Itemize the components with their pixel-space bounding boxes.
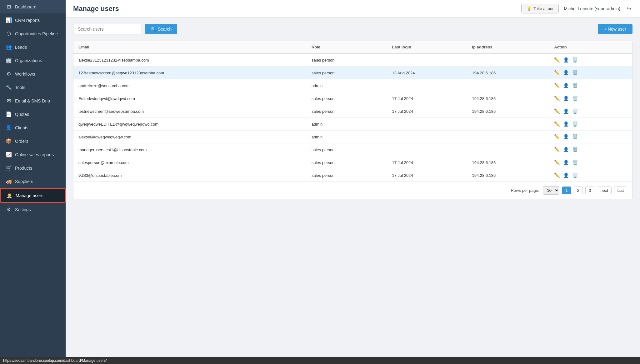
edit-icon[interactable]: ✏️ xyxy=(554,108,560,114)
new-user-label: + New user xyxy=(604,27,626,32)
sidebar-label-crm-reports: CRM reports xyxy=(15,18,40,23)
cell-last-login: 17 Jul 2024 xyxy=(387,92,467,105)
quotes-icon: 📄 xyxy=(6,111,12,117)
cell-role: sales person xyxy=(307,67,387,79)
user-icon[interactable]: 👤 xyxy=(563,160,569,165)
sidebar-item-quotes[interactable]: 📄 Quotes xyxy=(0,107,66,121)
page-btn-2[interactable]: 2 xyxy=(574,187,583,194)
user-icon[interactable]: 👤 xyxy=(563,121,569,127)
cell-role: sales person xyxy=(307,169,387,182)
cell-ip: 194.28.6.186 xyxy=(467,92,549,105)
logout-icon: ↪ xyxy=(627,6,631,12)
sidebar-item-crm-reports[interactable]: 📊 CRM reports xyxy=(0,13,66,27)
sidebar-item-online-sales[interactable]: 📈 Online sales reports xyxy=(0,148,66,161)
delete-icon[interactable]: 🗑️ xyxy=(572,121,578,127)
sidebar-item-email-sms[interactable]: ✉ Email & SMS Drip xyxy=(0,94,66,107)
topbar-left: Manage users xyxy=(73,5,119,13)
user-icon[interactable]: 👤 xyxy=(563,70,569,76)
edit-icon[interactable]: ✏️ xyxy=(554,83,560,88)
user-icon[interactable]: 👤 xyxy=(563,57,569,63)
search-input[interactable] xyxy=(73,24,142,34)
sidebar-item-clients[interactable]: 👤 Clients xyxy=(0,121,66,134)
edit-icon[interactable]: ✏️ xyxy=(554,57,560,63)
sidebar-item-tools[interactable]: 🔧 Tools xyxy=(0,81,66,94)
rows-per-page-label: Rows per page: xyxy=(511,188,539,193)
user-icon[interactable]: 👤 xyxy=(563,134,569,140)
cell-role: sales person xyxy=(307,105,387,118)
page-btn-next[interactable]: next xyxy=(597,187,612,194)
sidebar-item-opportunities[interactable]: ⬡ Opportunities Pipeline xyxy=(0,27,66,40)
delete-icon[interactable]: 🗑️ xyxy=(572,134,578,140)
page-btn-3[interactable]: 3 xyxy=(585,187,594,194)
cell-last-login: 17 Jul 2024 xyxy=(387,105,467,118)
edit-icon[interactable]: ✏️ xyxy=(554,134,560,140)
sidebar-item-suppliers[interactable]: 🚚 Suppliers xyxy=(0,175,66,188)
tour-label: Take a tour xyxy=(533,6,553,11)
edit-icon[interactable]: ✏️ xyxy=(554,160,560,165)
sidebar-item-leads[interactable]: 👥 Leads xyxy=(0,40,66,54)
sidebar-item-orders[interactable]: 📦 Orders xyxy=(0,134,66,148)
edit-icon[interactable]: ✏️ xyxy=(554,172,560,178)
cell-action: ✏️👤🗑️ xyxy=(549,118,632,131)
sidebar-item-organizations[interactable]: 🏢 Organizations xyxy=(0,54,66,67)
sidebar-item-manage-users[interactable]: 👨‍💼 Manage users xyxy=(0,188,66,203)
take-tour-button[interactable]: 💡 Take a tour xyxy=(521,4,559,13)
action-icons: ✏️👤🗑️ xyxy=(554,147,627,152)
page-btn-last[interactable]: last xyxy=(614,187,627,194)
cell-ip xyxy=(467,53,549,67)
action-icons: ✏️👤🗑️ xyxy=(554,70,627,76)
cell-ip xyxy=(467,143,549,156)
page-btn-1[interactable]: 1 xyxy=(562,187,571,194)
delete-icon[interactable]: 🗑️ xyxy=(572,57,578,63)
rows-per-page-select[interactable]: 10 25 50 xyxy=(543,186,559,195)
cell-action: ✏️👤🗑️ xyxy=(549,53,632,67)
cell-ip xyxy=(467,131,549,143)
col-email: Email xyxy=(73,41,307,53)
action-icons: ✏️👤🗑️ xyxy=(554,134,627,140)
edit-icon[interactable]: ✏️ xyxy=(554,147,560,152)
delete-icon[interactable]: 🗑️ xyxy=(572,108,578,114)
cell-action: ✏️👤🗑️ xyxy=(549,92,632,105)
user-icon[interactable]: 👤 xyxy=(563,172,569,178)
sidebar-item-products[interactable]: 🛒 Products xyxy=(0,161,66,175)
table-row: Editedwdqdqwd@qwdqwd.comsales person17 J… xyxy=(73,92,632,105)
delete-icon[interactable]: 🗑️ xyxy=(572,147,578,152)
crm-reports-icon: 📊 xyxy=(6,17,12,23)
edit-icon[interactable]: ✏️ xyxy=(554,96,560,101)
logout-button[interactable]: ↪ xyxy=(625,4,632,13)
user-icon[interactable]: 👤 xyxy=(563,83,569,88)
cell-role: sales person xyxy=(307,143,387,156)
col-ip: Ip address xyxy=(467,41,549,53)
sidebar-item-settings[interactable]: ⚙ Settings xyxy=(0,203,66,216)
search-button[interactable]: 🔍 Search xyxy=(145,24,177,34)
delete-icon[interactable]: 🗑️ xyxy=(572,83,578,88)
action-icons: ✏️👤🗑️ xyxy=(554,57,627,63)
sidebar-item-dashboard[interactable]: ⊞ Dashboard xyxy=(0,0,66,13)
table-row: VJS3@dispostable.comsales person17 Jul 2… xyxy=(73,169,632,182)
new-user-button[interactable]: + New user xyxy=(598,24,632,34)
edit-icon[interactable]: ✏️ xyxy=(554,121,560,127)
leads-icon: 👥 xyxy=(6,44,12,50)
sidebar-label-dashboard: Dashboard xyxy=(15,4,37,9)
edit-icon[interactable]: ✏️ xyxy=(554,70,560,76)
table-row: aleksei@qweqweqweqw.comadmin✏️👤🗑️ xyxy=(73,131,632,143)
delete-icon[interactable]: 🗑️ xyxy=(572,160,578,165)
cell-role: sales person xyxy=(307,53,387,67)
table-body: alekse231231231231@seosamba.comsales per… xyxy=(73,53,632,182)
cell-last-login: 17 Jul 2024 xyxy=(387,156,467,169)
sidebar-item-workflows[interactable]: ⚙ Workflows xyxy=(0,67,66,81)
user-icon[interactable]: 👤 xyxy=(563,96,569,101)
user-icon[interactable]: 👤 xyxy=(563,108,569,114)
cell-role: admin xyxy=(307,79,387,92)
user-icon[interactable]: 👤 xyxy=(563,147,569,152)
sidebar-label-suppliers: Suppliers xyxy=(15,179,33,184)
sidebar-label-online-sales: Online sales reports xyxy=(15,152,54,157)
cell-email: qweqweqweEDITED@qwqweqwedqwd.com xyxy=(73,118,307,131)
delete-icon[interactable]: 🗑️ xyxy=(572,70,578,76)
cell-last-login xyxy=(387,143,467,156)
delete-icon[interactable]: 🗑️ xyxy=(572,172,578,178)
cell-email: Editedwdqdqwd@qwdqwd.com xyxy=(73,92,307,105)
delete-icon[interactable]: 🗑️ xyxy=(572,96,578,101)
cell-action: ✏️👤🗑️ xyxy=(549,169,632,182)
sidebar: ⊞ Dashboard 📊 CRM reports ⬡ Opportunitie… xyxy=(0,0,66,364)
